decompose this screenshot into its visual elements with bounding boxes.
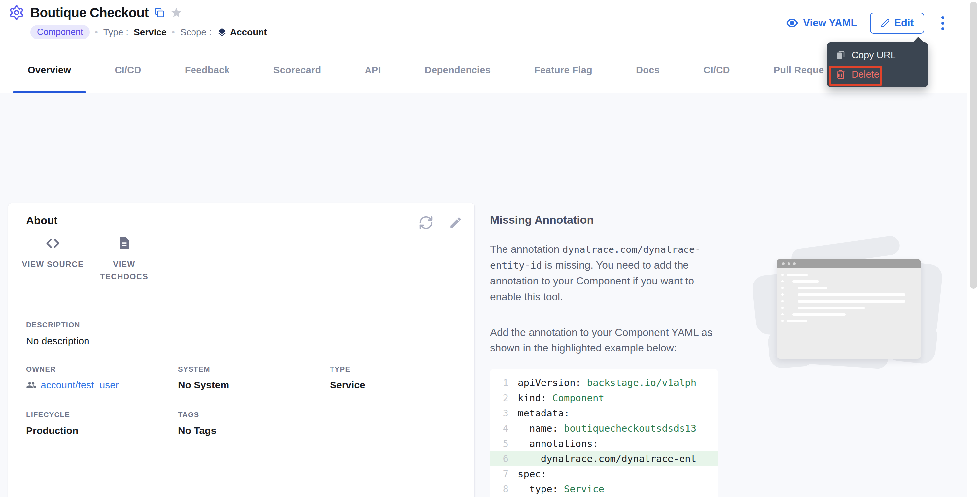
field-lifecycle: LIFECYCLEProduction xyxy=(26,411,178,436)
yaml-code-block: 1apiVersion: backstage.io/v1alph2kind: C… xyxy=(490,368,718,497)
about-title: About xyxy=(26,214,57,227)
code-line-5: 5 annotations: xyxy=(490,436,718,451)
layers-icon xyxy=(217,27,227,37)
view-yaml-button[interactable]: View YAML xyxy=(786,17,857,29)
scope-label: Scope : xyxy=(180,27,212,38)
pencil-icon xyxy=(881,19,889,28)
trash-icon xyxy=(836,69,846,79)
description-label: DESCRIPTION xyxy=(26,321,89,329)
tab-ci-cd[interactable]: CI/CD xyxy=(93,47,163,94)
field-type: TYPEService xyxy=(330,365,462,391)
entity-subtitle: Component • Type : Service • Scope : Acc… xyxy=(30,25,267,39)
code-window-illustration xyxy=(759,243,938,366)
page: Boutique Checkout Component • Type : Ser… xyxy=(0,0,980,497)
content: About VIEW SOURCEVIEW TECHDOCS DESCRIPTI… xyxy=(0,94,980,497)
field-label: TAGS xyxy=(178,411,330,419)
tab-ci-cd[interactable]: CI/CD xyxy=(681,47,751,94)
missing-annotation-panel: Missing Annotation The annotation dynatr… xyxy=(490,214,721,497)
copy-name-icon[interactable] xyxy=(154,8,164,17)
tab-feature-flag[interactable]: Feature Flag xyxy=(512,47,614,94)
separator-dot: • xyxy=(172,27,175,37)
field-value: No Tags xyxy=(178,425,330,436)
title-row: Boutique Checkout xyxy=(9,5,182,21)
more-options-kebab-icon[interactable] xyxy=(937,13,948,34)
page-title: Boutique Checkout xyxy=(30,5,149,20)
scope-value: Account xyxy=(230,27,267,38)
tab-scorecard[interactable]: Scorecard xyxy=(251,47,343,94)
yaml-code-lines: 1apiVersion: backstage.io/v1alph2kind: C… xyxy=(490,375,718,497)
context-menu: Copy URLDelete xyxy=(827,42,928,87)
code-line-4: 4 name: boutiquecheckoutsdsds13 xyxy=(490,421,718,436)
tab-overview[interactable]: Overview xyxy=(6,47,93,94)
mini-browser-window xyxy=(776,259,921,359)
edit-about-pencil-icon[interactable] xyxy=(449,215,463,230)
tab-api[interactable]: API xyxy=(343,47,403,94)
field-label: TYPE xyxy=(330,365,462,373)
page-scrollbar xyxy=(967,0,980,497)
about-fields: OWNERaccount/test_userSYSTEMNo SystemTYP… xyxy=(26,365,462,436)
header-actions: View YAML Edit xyxy=(786,13,948,34)
edit-label: Edit xyxy=(894,17,914,29)
code-line-6: 6 dynatrace.com/dynatrace-ent xyxy=(490,451,718,466)
type-value: Service xyxy=(134,27,167,38)
owner-link[interactable]: account/test_user xyxy=(41,379,119,391)
kind-badge: Component xyxy=(30,25,90,39)
about-card: About VIEW SOURCEVIEW TECHDOCS DESCRIPTI… xyxy=(8,203,475,497)
link-view-source[interactable]: VIEW SOURCE xyxy=(21,236,84,283)
description-value: No description xyxy=(26,335,89,346)
code-line-3: 3metadata: xyxy=(490,406,718,421)
docs-icon xyxy=(117,236,131,251)
refresh-icon[interactable] xyxy=(418,215,434,230)
copy-icon xyxy=(836,50,846,60)
code-line-2: 2kind: Component xyxy=(490,391,718,406)
edit-button[interactable]: Edit xyxy=(870,13,924,34)
field-value: No System xyxy=(178,379,330,391)
code-line-1: 1apiVersion: backstage.io/v1alph xyxy=(490,375,718,391)
field-label: OWNER xyxy=(26,365,178,373)
page-header: Boutique Checkout Component • Type : Ser… xyxy=(0,0,980,47)
group-icon xyxy=(26,380,37,391)
code-line-8: 8 type: Service xyxy=(490,481,718,497)
type-label: Type : xyxy=(103,27,129,38)
field-value: Service xyxy=(330,379,462,391)
field-label: LIFECYCLE xyxy=(26,411,178,419)
field-value: account/test_user xyxy=(26,379,178,391)
eye-icon xyxy=(786,17,799,29)
favorite-star-icon[interactable] xyxy=(170,6,182,19)
menu-item-copy-url[interactable]: Copy URL xyxy=(827,46,928,65)
scrollbar-thumb[interactable] xyxy=(970,2,977,289)
field-label: SYSTEM xyxy=(178,365,330,373)
field-system: SYSTEMNo System xyxy=(178,365,330,391)
tab-dependencies[interactable]: Dependencies xyxy=(403,47,512,94)
separator-dot: • xyxy=(95,27,98,37)
about-links: VIEW SOURCEVIEW TECHDOCS xyxy=(21,236,156,283)
view-yaml-label: View YAML xyxy=(803,17,857,29)
instruction-paragraph: Add the annotation to your Component YAM… xyxy=(490,325,713,356)
panel-title: Missing Annotation xyxy=(490,214,721,226)
field-value: Production xyxy=(26,425,178,436)
code-line-7: 7spec: xyxy=(490,466,718,481)
field-owner: OWNERaccount/test_user xyxy=(26,365,178,391)
tab-docs[interactable]: Docs xyxy=(614,47,681,94)
field-tags: TAGSNo Tags xyxy=(178,411,330,436)
link-view-techdocs[interactable]: VIEW TECHDOCS xyxy=(93,236,156,283)
annotation-paragraph: The annotation dynatrace.com/dynatrace-e… xyxy=(490,241,713,305)
component-gear-icon xyxy=(9,5,24,21)
menu-arrow xyxy=(913,37,924,43)
code-icon xyxy=(45,236,60,251)
tab-feedback[interactable]: Feedback xyxy=(163,47,251,94)
menu-item-delete[interactable]: Delete xyxy=(827,65,928,84)
